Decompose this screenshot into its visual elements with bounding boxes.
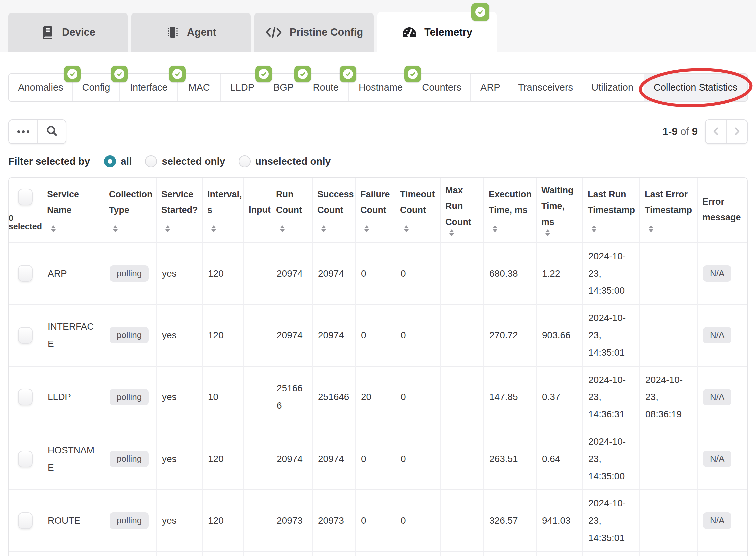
cell-max_run_count xyxy=(441,551,484,556)
cell-success_count: 251646 xyxy=(313,366,356,428)
cell-collection_type: polling xyxy=(104,489,157,551)
column-header-last_run: Last Run Timestamp xyxy=(583,178,640,242)
radio-unselected-icon[interactable] xyxy=(145,155,157,167)
cell-service_started: yes xyxy=(157,551,203,556)
sort-icon[interactable] xyxy=(364,225,369,232)
cell-timeout_count: 0 xyxy=(395,551,441,556)
table-row: ROUTEpollingyes120209732097300326.57941.… xyxy=(9,489,747,551)
cell-value: 120 xyxy=(208,512,224,529)
sub-tab-utilization[interactable]: Utilization xyxy=(581,74,644,101)
cell-service_started: yes xyxy=(157,489,203,551)
sub-tab-collection-statistics[interactable]: Collection Statistics xyxy=(644,74,747,101)
sort-icon[interactable] xyxy=(321,225,326,232)
cell-waiting_time: 903.66 xyxy=(537,304,583,366)
sort-icon[interactable] xyxy=(280,225,285,232)
column-header-error_message: Error message xyxy=(698,178,747,242)
filter-option-all[interactable]: all xyxy=(104,155,132,167)
collection_type-chip: polling xyxy=(110,512,149,529)
cell-value: 251646 xyxy=(318,388,349,406)
sort-icon[interactable] xyxy=(404,225,409,232)
column-header-service_started: Service Started? xyxy=(157,178,203,242)
row-checkbox[interactable] xyxy=(18,265,33,282)
cell-value: 2024-10-23, 14:35:01 xyxy=(588,495,634,546)
cell-value: 270.72 xyxy=(489,327,518,344)
cell-waiting_time: 264.49 xyxy=(537,551,583,556)
column-header-label: Service Started? xyxy=(161,187,198,218)
main-tab-label: Telemetry xyxy=(424,26,472,38)
search-button[interactable] xyxy=(37,120,66,143)
tab-agent[interactable]: Agent xyxy=(131,13,251,52)
sort-icon[interactable] xyxy=(51,225,56,232)
cell-value: ARP xyxy=(48,265,67,282)
select-all-checkbox[interactable] xyxy=(18,189,33,205)
cell-service_name: LLDP xyxy=(42,366,104,428)
cell-success_count: 20973 xyxy=(313,489,356,551)
sort-icon[interactable] xyxy=(449,229,454,236)
sub-tab-anomalies[interactable]: Anomalies xyxy=(9,74,73,101)
cell-execution_time: 680.38 xyxy=(484,242,537,304)
more-dots-icon xyxy=(17,130,29,133)
sort-icon[interactable] xyxy=(165,225,170,232)
cell-value: 0 xyxy=(361,327,366,344)
tab-device[interactable]: Device xyxy=(8,13,128,52)
cell-value: 0.37 xyxy=(542,388,560,406)
column-header-collection_type: Collection Type xyxy=(104,178,157,242)
main-tab-label: Pristine Config xyxy=(290,26,363,38)
tab-pristine-config[interactable]: Pristine Config xyxy=(254,13,374,52)
sub-tab-label: LLDP xyxy=(230,82,254,93)
cell-timeout_count: 0 xyxy=(395,489,441,551)
sub-tab-label: Utilization xyxy=(591,82,633,93)
row-checkbox[interactable] xyxy=(18,512,33,529)
cell-execution_time: 263.51 xyxy=(484,428,537,489)
cell-value: INTERFACE xyxy=(48,318,98,353)
prev-page-button[interactable] xyxy=(706,120,726,143)
row-select-cell xyxy=(9,489,42,551)
chip-icon xyxy=(166,25,180,39)
table-row: INTERFACEpollingyes120209742097400270.72… xyxy=(9,304,747,366)
sub-tab-transceivers[interactable]: Transceivers xyxy=(510,74,581,101)
filter-option-selected-only[interactable]: selected only xyxy=(145,155,225,167)
cell-interval: 10 xyxy=(203,366,244,428)
collection_type-chip: polling xyxy=(110,451,149,467)
cell-value: ROUTE xyxy=(48,512,80,529)
filter-option-unselected-only[interactable]: unselected only xyxy=(239,155,331,167)
sub-tab-arp[interactable]: ARP xyxy=(471,74,511,101)
tab-telemetry[interactable]: Telemetry xyxy=(377,12,497,52)
cell-value: 0 xyxy=(401,450,406,468)
gauge-icon xyxy=(402,25,417,39)
sort-icon[interactable] xyxy=(113,225,118,232)
more-options-button[interactable] xyxy=(9,120,37,143)
sort-icon[interactable] xyxy=(649,225,653,232)
table-row: XCVRpollingyes120209742097400675.87264.4… xyxy=(9,551,747,556)
sub-tab-interface[interactable]: Interface xyxy=(120,74,178,101)
radio-unselected-icon[interactable] xyxy=(239,155,251,167)
sort-icon[interactable] xyxy=(545,229,550,236)
sort-icon[interactable] xyxy=(211,225,216,232)
sort-icon[interactable] xyxy=(493,225,497,232)
sub-tab-lldp[interactable]: LLDP xyxy=(221,74,264,101)
row-checkbox[interactable] xyxy=(18,327,33,344)
row-checkbox[interactable] xyxy=(18,451,33,467)
cell-last_error xyxy=(640,551,698,556)
cell-value: 2024-10-23, 08:36:19 xyxy=(645,371,692,423)
row-select-cell xyxy=(9,304,42,366)
sort-icon[interactable] xyxy=(592,225,596,232)
cell-collection_type: polling xyxy=(104,428,157,489)
row-checkbox[interactable] xyxy=(18,389,33,405)
sub-tab-counters[interactable]: Counters xyxy=(413,74,471,101)
table-header-row: 0 selectedService NameCollection TypeSer… xyxy=(9,178,747,242)
table-row: HOSTNAMEpollingyes120209742097400263.510… xyxy=(9,428,747,489)
cell-error_message: N/A xyxy=(698,304,747,366)
cell-value: 20974 xyxy=(277,327,303,344)
column-header-label: Timeout Count xyxy=(400,187,435,218)
next-page-button[interactable] xyxy=(726,120,747,143)
cell-interval: 120 xyxy=(203,242,244,304)
selected-count-label: 0 selected xyxy=(9,214,42,231)
cell-collection_type: polling xyxy=(104,242,157,304)
cell-timeout_count: 0 xyxy=(395,304,441,366)
sub-tab-hostname[interactable]: Hostname xyxy=(349,74,413,101)
radio-selected-icon[interactable] xyxy=(104,155,116,167)
column-header-waiting_time: Waiting Time, ms xyxy=(537,178,583,242)
cell-execution_time: 326.57 xyxy=(484,489,537,551)
cell-value: yes xyxy=(162,450,177,468)
